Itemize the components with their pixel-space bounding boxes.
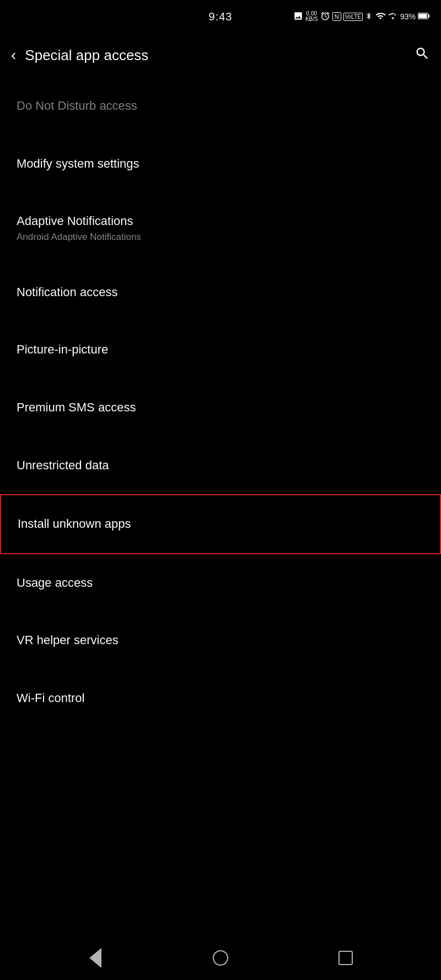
settings-menu-list: Do Not Disturb accessModify system setti…: [0, 77, 441, 727]
menu-item-unrestricted-data[interactable]: Unrestricted data: [0, 437, 441, 495]
bluetooth-icon: [365, 11, 373, 23]
search-button[interactable]: [415, 46, 430, 65]
recents-nav-button[interactable]: [336, 948, 356, 968]
signal-icon: [388, 11, 398, 23]
menu-item-title-unrestricted-data: Unrestricted data: [17, 458, 424, 474]
back-nav-button[interactable]: [85, 948, 105, 968]
menu-item-title-do-not-disturb: Do Not Disturb access: [17, 98, 424, 114]
menu-item-title-install-unknown-apps: Install unknown apps: [18, 516, 423, 532]
menu-item-title-notification-access: Notification access: [17, 285, 424, 301]
page-title: Special app access: [25, 47, 406, 64]
battery-percentage: 93%: [400, 12, 416, 21]
back-button[interactable]: ‹: [11, 46, 16, 64]
menu-item-install-unknown-apps[interactable]: Install unknown apps: [0, 494, 441, 554]
svg-rect-1: [428, 14, 430, 17]
menu-item-title-premium-sms: Premium SMS access: [17, 400, 424, 416]
battery-icon: [418, 12, 430, 22]
menu-item-usage-access[interactable]: Usage access: [0, 554, 441, 612]
menu-item-adaptive-notifications[interactable]: Adaptive NotificationsAndroid Adaptive N…: [0, 192, 441, 264]
menu-item-wifi-control[interactable]: Wi-Fi control: [0, 670, 441, 727]
menu-item-title-adaptive-notifications: Adaptive Notifications: [17, 213, 424, 229]
status-icons: 0.00 KB/S N VoLTE: [293, 11, 430, 23]
status-bar: 9:43 0.00 KB/S N VoLTE: [0, 0, 441, 33]
menu-item-do-not-disturb[interactable]: Do Not Disturb access: [0, 77, 441, 135]
photo-icon: [293, 11, 303, 23]
header: ‹ Special app access: [0, 33, 441, 77]
svg-rect-2: [418, 14, 427, 18]
wifi-icon: [375, 11, 386, 23]
menu-item-subtitle-adaptive-notifications: Android Adaptive Notifications: [17, 232, 424, 243]
home-nav-button[interactable]: [211, 948, 230, 968]
menu-item-vr-helper[interactable]: VR helper services: [0, 612, 441, 670]
menu-item-modify-system[interactable]: Modify system settings: [0, 135, 441, 193]
menu-item-title-usage-access: Usage access: [17, 575, 424, 591]
status-time: 9:43: [209, 10, 233, 23]
menu-item-notification-access[interactable]: Notification access: [0, 264, 441, 322]
menu-item-title-vr-helper: VR helper services: [17, 633, 424, 649]
nav-bar: [0, 936, 441, 980]
menu-item-title-wifi-control: Wi-Fi control: [17, 690, 424, 706]
menu-item-title-picture-in-picture: Picture-in-picture: [17, 342, 424, 358]
menu-item-picture-in-picture[interactable]: Picture-in-picture: [0, 321, 441, 379]
nfc-icon: N: [332, 12, 341, 21]
menu-item-premium-sms[interactable]: Premium SMS access: [0, 379, 441, 437]
menu-item-title-modify-system: Modify system settings: [17, 156, 424, 172]
volte-icon: VoLTE: [343, 13, 363, 21]
alarm-icon: [320, 11, 330, 23]
data-speed-icon: 0.00 KB/S: [305, 11, 318, 22]
